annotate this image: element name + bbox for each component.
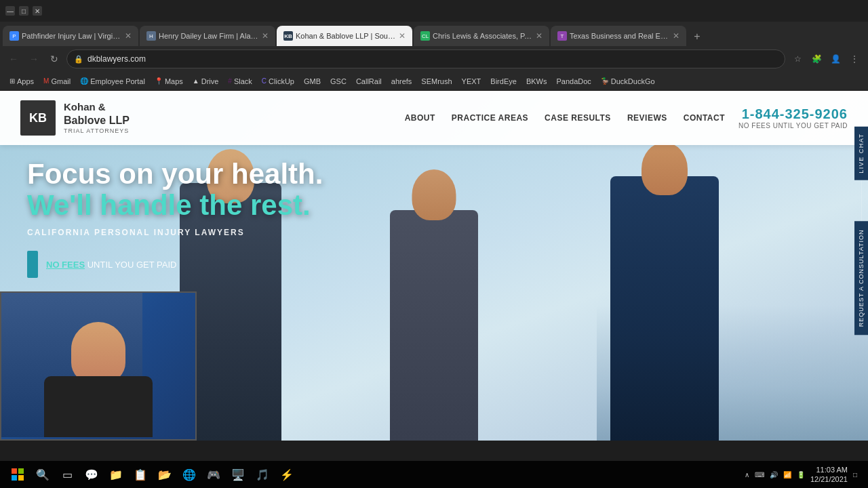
bookmark-pandadoc[interactable]: PandaDoc — [552, 76, 595, 87]
profile-button[interactable]: 👤 — [827, 51, 844, 67]
drive-icon: ▲ — [193, 77, 199, 85]
task-view-button[interactable]: ▭ — [56, 463, 79, 486]
logo-initials: KB — [29, 111, 47, 125]
svg-rect-3 — [18, 475, 24, 481]
hero-content: Focus on your health. We'll handle the r… — [27, 159, 323, 278]
gmail-icon: M — [43, 77, 49, 85]
maximize-button[interactable]: □ — [19, 6, 28, 16]
tab-close-3[interactable]: ✕ — [399, 31, 406, 41]
nav-practice-areas[interactable]: PRACTICE AREAS — [452, 113, 528, 123]
nav-reviews[interactable]: REVIEWS — [627, 113, 667, 123]
phone-tagline: NO FEES UNTIL YOU GET PAID — [738, 122, 848, 129]
tab-title-2: Henry Dailey Law Firm | Alabama... — [159, 32, 259, 40]
browser-tab-1[interactable]: P Pathfinder Injury Law | Virginia W... … — [3, 26, 138, 46]
site-navigation: KB Kohan & Bablove LLP TRIAL ATTORNEYS A… — [0, 91, 868, 145]
taskbar-app-8[interactable]: ⚡ — [275, 463, 298, 486]
taskbar-app-7[interactable]: 🎵 — [251, 463, 274, 486]
bookmark-drive[interactable]: ▲ Drive — [189, 76, 223, 87]
tab-close-1[interactable]: ✕ — [125, 31, 132, 41]
browser-tab-5[interactable]: T Texas Business and Real Estate L... ✕ — [551, 26, 686, 46]
minimize-button[interactable]: — — [5, 6, 15, 16]
bookmark-birdeye[interactable]: BirdEye — [486, 76, 521, 87]
tab-favicon-4: CL — [420, 31, 430, 41]
cta-button[interactable] — [27, 251, 38, 278]
bookmark-gsc[interactable]: GSC — [326, 76, 351, 87]
tab-favicon-1: P — [9, 31, 19, 41]
hero-subtitle: CALIFORNIA PERSONAL INJURY LAWYERS — [27, 228, 323, 237]
tab-close-2[interactable]: ✕ — [262, 31, 269, 41]
bookmark-slack[interactable]: # Slack — [224, 76, 256, 87]
browser-tab-3[interactable]: KB Kohan & Bablove LLP | Southern... ✕ — [277, 26, 412, 46]
bookmark-apps[interactable]: ⊞ Apps — [5, 76, 38, 87]
nav-case-results[interactable]: CASE RESULTS — [545, 113, 611, 123]
address-bar: ← → ↻ 🔒 dkblawyers.com ☆ 🧩 👤 ⋮ — [0, 46, 868, 72]
svg-rect-1 — [18, 468, 24, 474]
tab-title-3: Kohan & Bablove LLP | Southern... — [296, 32, 396, 40]
bookmark-gmb[interactable]: GMB — [300, 76, 325, 87]
bookmark-duckduckgo[interactable]: 🦆 DuckDuckGo — [597, 76, 659, 87]
tray-volume[interactable]: 🔊 — [770, 471, 778, 479]
tab-title-1: Pathfinder Injury Law | Virginia W... — [22, 32, 122, 40]
tray-keyboard[interactable]: ⌨ — [755, 471, 764, 479]
nav-contact[interactable]: CONTACT — [684, 113, 725, 123]
url-text: dkblawyers.com — [87, 54, 778, 64]
new-tab-button[interactable]: + — [688, 27, 707, 46]
bookmark-clickup[interactable]: C ClickUp — [258, 76, 298, 87]
bookmark-ahrefs[interactable]: ahrefs — [387, 76, 416, 87]
clock[interactable]: 11:03 AM 12/21/2021 — [810, 465, 848, 485]
tray-network[interactable]: 📶 — [783, 471, 791, 479]
cta-text: NO FEES UNTIL YOU GET PAID — [46, 260, 176, 270]
forward-button[interactable]: → — [26, 51, 42, 67]
tab-favicon-2: H — [146, 31, 156, 41]
hero-cta: NO FEES UNTIL YOU GET PAID — [27, 251, 323, 278]
browser-tab-4[interactable]: CL Chris Lewis & Associates, P.C. | C...… — [414, 26, 549, 46]
close-button[interactable]: ✕ — [33, 6, 42, 16]
menu-button[interactable]: ⋮ — [846, 51, 863, 67]
tab-close-4[interactable]: ✕ — [536, 31, 542, 41]
bookmarks-bar: ⊞ Apps M Gmail 🌐 Employee Portal 📍 Maps … — [0, 72, 868, 91]
extensions-button[interactable]: 🧩 — [808, 51, 825, 67]
chat-taskbar-button[interactable]: 💬 — [80, 463, 103, 486]
bookmark-bkws[interactable]: BKWs — [522, 76, 551, 87]
url-bar[interactable]: 🔒 dkblawyers.com — [66, 49, 785, 68]
browser-tab-2[interactable]: H Henry Dailey Law Firm | Alabama... ✕ — [140, 26, 275, 46]
video-person — [44, 322, 153, 437]
logo-area: KB Kohan & Bablove LLP TRIAL ATTORNEYS — [20, 100, 130, 136]
back-button[interactable]: ← — [5, 51, 22, 67]
tab-title-5: Texas Business and Real Estate L... — [570, 32, 670, 40]
nav-about[interactable]: ABOUT — [405, 113, 435, 123]
nav-links: ABOUT PRACTICE AREAS CASE RESULTS REVIEW… — [405, 113, 725, 123]
browser-chrome: — □ ✕ P Pathfinder Injury Law | Virginia… — [0, 0, 868, 91]
clickup-icon: C — [262, 77, 267, 85]
taskbar: 🔍 ▭ 💬 📁 📋 📂 🌐 🎮 🖥️ 🎵 ⚡ ∧ ⌨ 🔊 📶 🔋 11:03 A… — [0, 461, 868, 488]
bookmark-gmail[interactable]: M Gmail — [39, 76, 75, 87]
tray-battery[interactable]: 🔋 — [797, 471, 805, 479]
bookmark-yext[interactable]: YEXT — [458, 76, 486, 87]
taskbar-app-2[interactable]: 📋 — [129, 463, 152, 486]
live-chat-button[interactable]: LIVE CHAT — [854, 127, 868, 180]
bookmark-employee-portal[interactable]: 🌐 Employee Portal — [76, 76, 149, 87]
taskbar-app-6[interactable]: 🖥️ — [226, 463, 250, 486]
tray-up-arrow[interactable]: ∧ — [745, 471, 749, 479]
system-tray: ∧ ⌨ 🔊 📶 🔋 11:03 AM 12/21/2021 □ — [745, 465, 863, 485]
tray-notification[interactable]: □ — [853, 471, 857, 479]
reload-button[interactable]: ↻ — [46, 51, 62, 67]
bookmark-star-button[interactable]: ☆ — [789, 51, 806, 67]
consultation-button[interactable]: REQUEST A CONSULTATION — [854, 221, 868, 335]
taskbar-app-3[interactable]: 📂 — [153, 463, 176, 486]
tab-close-5[interactable]: ✕ — [673, 31, 679, 41]
lock-icon: 🔒 — [74, 55, 83, 64]
bookmark-semrush[interactable]: SEMrush — [417, 76, 456, 87]
phone-number[interactable]: 1-844-325-9206 — [742, 106, 848, 122]
explorer-button[interactable]: 📁 — [104, 463, 127, 486]
search-taskbar-button[interactable]: 🔍 — [31, 463, 54, 486]
phone-area: 1-844-325-9206 NO FEES UNTIL YOU GET PAI… — [738, 106, 848, 129]
hero-title: Focus on your health. We'll handle the r… — [27, 159, 323, 221]
start-button[interactable] — [5, 462, 30, 487]
bookmark-maps[interactable]: 📍 Maps — [151, 76, 187, 87]
taskbar-app-5[interactable]: 🎮 — [202, 463, 225, 486]
bookmark-callrail[interactable]: CallRail — [352, 76, 386, 87]
taskbar-chrome[interactable]: 🌐 — [178, 463, 201, 486]
clock-date: 12/21/2021 — [810, 474, 848, 484]
logo-box: KB — [20, 100, 56, 136]
